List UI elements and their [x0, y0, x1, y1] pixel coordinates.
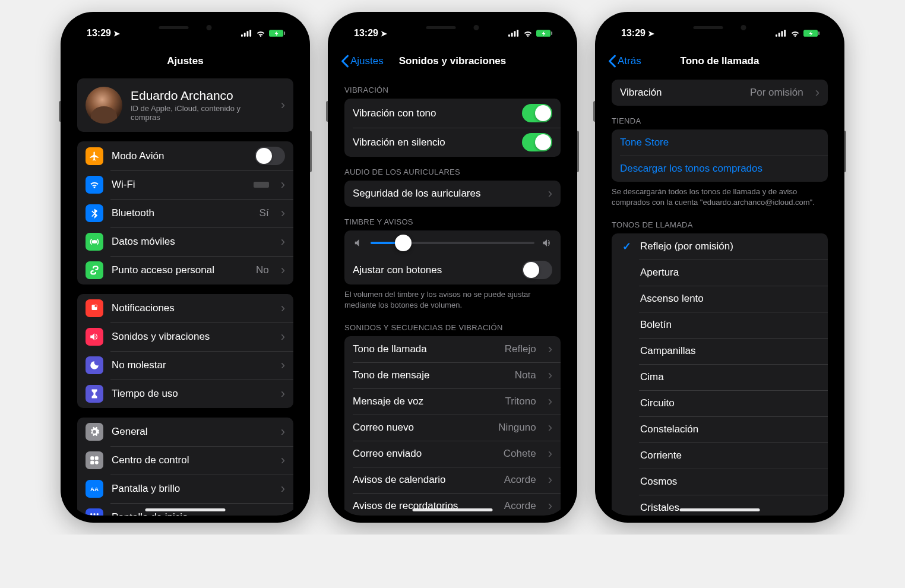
nav-bar: Ajustes Sonidos y vibraciones	[335, 48, 570, 75]
sound-row[interactable]: Tono de llamadaReflejo›	[344, 336, 561, 362]
battery-icon	[803, 29, 821, 37]
row-label: Sonidos y vibraciones	[112, 331, 269, 343]
ringer-footer: El volumen del timbre y los avisos no se…	[335, 284, 570, 312]
status-time: 13:29	[621, 28, 645, 39]
wifi-value	[254, 182, 269, 188]
sound-row[interactable]: Avisos de recordatoriosAcorde›	[344, 493, 561, 516]
battery-icon	[536, 29, 553, 37]
home-indicator[interactable]	[680, 508, 760, 511]
volume-slider[interactable]	[371, 242, 534, 244]
chevron-icon: ›	[281, 330, 285, 343]
section-vibration: VIBRACIÓN	[335, 75, 570, 99]
chevron-icon: ›	[281, 264, 285, 277]
settings-row-airplane[interactable]: Modo Avión	[77, 141, 293, 170]
row-label: Correo enviado	[353, 448, 495, 460]
section-sounds: SONIDOS Y SECUENCIAS DE VIBRACIÓN	[335, 312, 570, 336]
ringtone-label: Constelación	[640, 423, 819, 435]
avatar	[86, 87, 122, 124]
back-chevron-icon	[341, 55, 349, 68]
status-time: 13:29	[354, 28, 378, 39]
settings-row-hourglass[interactable]: Tiempo de uso›	[77, 380, 293, 408]
row-value: Ninguno	[498, 422, 536, 434]
row-label: Punto acceso personal	[112, 264, 248, 276]
home-indicator[interactable]	[413, 508, 493, 511]
chevron-icon: ›	[281, 99, 285, 112]
settings-row-aa[interactable]: Pantalla y brillo›	[77, 475, 293, 503]
back-chevron-icon	[608, 55, 616, 68]
settings-row-antenna[interactable]: Datos móviles›	[77, 227, 293, 256]
settings-row-control[interactable]: Centro de control›	[77, 446, 293, 475]
settings-row-hotspot[interactable]: Punto acceso personalNo›	[77, 256, 293, 284]
chevron-icon: ›	[548, 343, 552, 356]
nav-bar: Ajustes	[68, 48, 303, 75]
ringtone-row[interactable]: Circuito	[612, 390, 828, 416]
row-value: No	[256, 264, 269, 276]
vibration-row[interactable]: Vibración Por omisión ›	[612, 80, 828, 106]
status-time: 13:29	[87, 28, 111, 39]
airplane-toggle[interactable]	[255, 147, 285, 165]
wifi-status-icon	[790, 30, 800, 37]
back-label: Ajustes	[350, 55, 384, 67]
row-label: Tiempo de uso	[112, 388, 269, 400]
settings-row-speaker[interactable]: Sonidos y vibraciones›	[77, 323, 293, 351]
ringtone-row[interactable]: Constelación	[612, 416, 828, 442]
ringtone-row[interactable]: Campanillas	[612, 338, 828, 364]
ringtone-row[interactable]: Corriente	[612, 442, 828, 469]
row-value: Tritono	[505, 396, 536, 407]
hotspot-icon	[86, 261, 103, 279]
chevron-icon: ›	[281, 302, 285, 315]
headphone-safety-row[interactable]: Seguridad de los auriculares ›	[344, 181, 561, 207]
check-icon: ✓	[621, 240, 632, 253]
settings-row-bluetooth[interactable]: BluetoothSí›	[77, 199, 293, 227]
back-button[interactable]: Ajustes	[341, 55, 384, 68]
vibrate-ring-toggle[interactable]	[522, 104, 552, 122]
sound-row[interactable]: Avisos de calendarioAcorde›	[344, 467, 561, 493]
sound-row[interactable]: Correo enviadoCohete›	[344, 441, 561, 467]
settings-row-moon[interactable]: No molestar›	[77, 351, 293, 380]
page-title: Ajustes	[167, 55, 203, 67]
row-value: Acorde	[504, 500, 536, 512]
sound-row[interactable]: Tono de mensajeNota›	[344, 362, 561, 388]
settings-row-gear[interactable]: General›	[77, 418, 293, 446]
vibrate-silent-row[interactable]: Vibración en silencio	[344, 128, 561, 157]
ringtone-row[interactable]: Cristales	[612, 495, 828, 516]
control-icon	[86, 451, 103, 469]
ringtone-row[interactable]: Cima	[612, 364, 828, 390]
settings-row-wifi[interactable]: Wi-Fi›	[77, 170, 293, 199]
ringtone-row[interactable]: Ascenso lento	[612, 286, 828, 312]
sound-row[interactable]: Correo nuevoNinguno›	[344, 415, 561, 441]
tone-store-row[interactable]: Tone Store	[612, 129, 828, 156]
battery-icon	[269, 29, 286, 37]
antenna-icon	[86, 233, 103, 251]
ringtone-row[interactable]: Cosmos	[612, 469, 828, 495]
change-with-buttons-row[interactable]: Ajustar con botones	[344, 255, 561, 284]
chevron-icon: ›	[548, 473, 552, 486]
ringtone-row[interactable]: Apertura	[612, 260, 828, 286]
download-tones-row[interactable]: Descargar los tonos comprados	[612, 156, 828, 182]
ringtone-row[interactable]: Boletín	[612, 312, 828, 338]
settings-row-bell[interactable]: Notificaciones›	[77, 294, 293, 323]
back-button[interactable]: Atrás	[608, 55, 641, 68]
sound-row[interactable]: Mensaje de vozTritono›	[344, 388, 561, 415]
change-buttons-toggle[interactable]	[522, 261, 552, 279]
row-label: Tono de llamada	[353, 343, 496, 355]
ringtone-row[interactable]: ✓Reflejo (por omisión)	[612, 233, 828, 260]
row-label: Wi-Fi	[112, 179, 245, 191]
row-label: Mensaje de voz	[353, 396, 496, 407]
store-footer: Se descargarán todos los tonos de llamad…	[602, 182, 837, 210]
apple-id-row[interactable]: Eduardo Archanco ID de Apple, iCloud, co…	[77, 78, 293, 132]
home-indicator[interactable]	[145, 508, 226, 511]
row-label: Datos móviles	[112, 236, 269, 248]
gear-icon	[86, 423, 103, 441]
wifi-icon	[86, 176, 103, 194]
vibrate-ring-row[interactable]: Vibración con tono	[344, 99, 561, 128]
phone-2: 13:29➤ Ajustes Sonidos y vibraciones VIB…	[328, 12, 577, 523]
location-icon: ➤	[381, 29, 387, 38]
row-label: No molestar	[112, 359, 269, 371]
wifi-status-icon	[523, 30, 533, 37]
vibrate-silent-toggle[interactable]	[522, 133, 552, 151]
row-label: Pantalla de inicio	[112, 511, 269, 516]
section-headphone: AUDIO DE LOS AURICULARES	[335, 157, 570, 181]
user-name: Eduardo Archanco	[131, 88, 269, 103]
page-title: Tono de llamada	[681, 55, 760, 67]
